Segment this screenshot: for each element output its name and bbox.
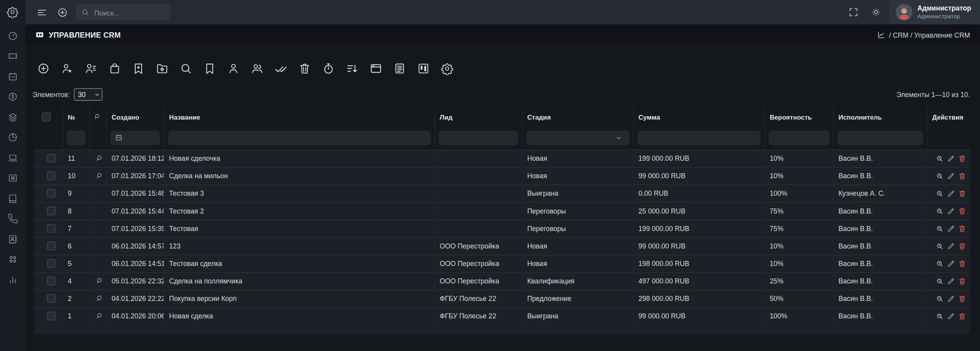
view-button[interactable]: [936, 294, 944, 302]
delete-button[interactable]: [958, 259, 966, 268]
search-icon[interactable]: [180, 62, 193, 75]
edit-button[interactable]: [947, 154, 955, 162]
view-button[interactable]: [936, 259, 944, 268]
row-checkbox[interactable]: [47, 189, 56, 198]
hamburger-menu-icon[interactable]: [36, 7, 47, 18]
edit-button[interactable]: [947, 172, 955, 180]
delete-button[interactable]: [958, 312, 966, 320]
row-checkbox[interactable]: [47, 276, 56, 285]
row-checkbox[interactable]: [47, 312, 56, 321]
edit-button[interactable]: [947, 242, 955, 250]
trash-icon[interactable]: [298, 62, 311, 75]
table-row[interactable]: 10 07.01.2026 17:04 Сделка на мильон Нов…: [35, 167, 970, 184]
edit-button[interactable]: [947, 259, 955, 268]
bookmark-star-icon[interactable]: [132, 62, 145, 75]
view-button[interactable]: [936, 172, 944, 180]
table-row[interactable]: 8 07.01.2026 15:44 Тестовая 2 Переговоры…: [35, 202, 970, 220]
row-checkbox[interactable]: [47, 154, 56, 163]
bar-chart-icon[interactable]: [7, 275, 18, 285]
edit-button[interactable]: [947, 312, 955, 320]
view-button[interactable]: [936, 224, 944, 233]
filter-id-input[interactable]: [67, 130, 85, 145]
table-row[interactable]: 1 04.01.2026 20:06 Новая сделка ФГБУ Пол…: [35, 307, 970, 325]
filter-probability-input[interactable]: [768, 130, 829, 145]
plus-circle-icon[interactable]: [37, 62, 50, 75]
table-row[interactable]: 5 06.01.2026 14:51 Тестовая сделка ООО П…: [35, 255, 970, 272]
delete-button[interactable]: [958, 224, 966, 233]
delete-button[interactable]: [958, 207, 966, 215]
view-button[interactable]: [936, 277, 944, 285]
table-row[interactable]: 9 07.01.2026 15:46 Тестовая 3 Выиграна 0…: [35, 184, 970, 202]
per-page-select[interactable]: 30: [74, 88, 102, 101]
users-icon[interactable]: [251, 62, 264, 75]
pie-chart-icon[interactable]: [7, 132, 18, 142]
fullscreen-icon[interactable]: [848, 7, 859, 17]
view-button[interactable]: [936, 312, 944, 320]
window-icon[interactable]: [369, 62, 382, 75]
col-executor[interactable]: Исполнитель: [833, 107, 927, 127]
row-checkbox[interactable]: [47, 294, 56, 303]
doc-list-icon[interactable]: [393, 62, 406, 75]
edit-button[interactable]: [947, 224, 955, 233]
view-button[interactable]: [936, 189, 944, 198]
laptop-icon[interactable]: [7, 153, 18, 163]
user-icon[interactable]: [227, 62, 240, 75]
apps-icon[interactable]: [7, 254, 18, 265]
delete-button[interactable]: [958, 277, 966, 285]
filter-name-input[interactable]: [168, 130, 430, 145]
folder-gear-icon[interactable]: [156, 62, 169, 75]
filter-amount-input[interactable]: [637, 130, 760, 145]
delete-button[interactable]: [958, 242, 966, 250]
table-row[interactable]: 2 04.01.2026 22:22 Покупка версии Корп Ф…: [35, 290, 970, 307]
view-button[interactable]: [936, 207, 944, 215]
row-checkbox[interactable]: [47, 172, 56, 181]
row-checkbox[interactable]: [47, 259, 56, 268]
ticket-icon[interactable]: [7, 51, 18, 61]
table-row[interactable]: 4 05.01.2026 22:32 Сделка на поллямчика …: [35, 272, 970, 290]
user-star-icon[interactable]: [60, 62, 74, 75]
delete-button[interactable]: [958, 154, 966, 162]
kanban-icon[interactable]: [417, 62, 430, 75]
shopping-bag-icon[interactable]: [108, 62, 121, 75]
theme-toggle-icon[interactable]: [871, 7, 881, 17]
filter-lead-input[interactable]: [439, 130, 518, 145]
col-created[interactable]: Создано: [106, 107, 164, 127]
col-lead[interactable]: Лид: [434, 107, 522, 127]
bookmark-icon[interactable]: [203, 62, 216, 75]
table-row[interactable]: 6 06.01.2026 14:57 123 ООО Перестройка Н…: [35, 237, 970, 255]
edit-button[interactable]: [947, 277, 955, 285]
sort-desc-icon[interactable]: [346, 62, 359, 75]
table-row[interactable]: 7 07.01.2026 15:39 Тестовая Переговоры 1…: [35, 220, 970, 237]
quick-add-button[interactable]: [57, 7, 68, 18]
delete-button[interactable]: [958, 172, 966, 180]
view-button[interactable]: [936, 242, 944, 250]
filter-stage-select[interactable]: [526, 130, 629, 145]
delete-button[interactable]: [958, 189, 966, 198]
gauge-icon[interactable]: [7, 31, 18, 41]
columns-icon[interactable]: [7, 173, 18, 183]
edit-button[interactable]: [947, 294, 955, 302]
row-checkbox[interactable]: [47, 242, 56, 250]
row-checkbox[interactable]: [47, 224, 56, 233]
edit-button[interactable]: [947, 207, 955, 215]
book-icon[interactable]: [7, 193, 18, 204]
col-name[interactable]: Название: [164, 107, 434, 127]
user-list-icon[interactable]: [85, 62, 98, 75]
breadcrumb[interactable]: / CRM / Управление CRM: [877, 30, 970, 39]
col-probability[interactable]: Вероятность: [764, 107, 833, 127]
view-button[interactable]: [936, 154, 944, 162]
layers-icon[interactable]: [7, 112, 18, 122]
edit-button[interactable]: [947, 189, 955, 198]
select-all-checkbox[interactable]: [42, 112, 51, 121]
check-double-icon[interactable]: [274, 62, 287, 75]
delete-button[interactable]: [958, 294, 966, 302]
col-id[interactable]: №: [62, 107, 89, 127]
calendar-icon[interactable]: [7, 71, 18, 82]
row-checkbox[interactable]: [47, 207, 56, 215]
app-logo-gear-icon[interactable]: [6, 6, 19, 18]
settings-icon[interactable]: [441, 62, 454, 75]
stopwatch-icon[interactable]: [322, 62, 335, 75]
col-stage[interactable]: Стадия: [522, 107, 633, 127]
user-menu[interactable]: Администратор Администратор: [889, 0, 980, 24]
col-amount[interactable]: Сумма: [633, 107, 764, 127]
